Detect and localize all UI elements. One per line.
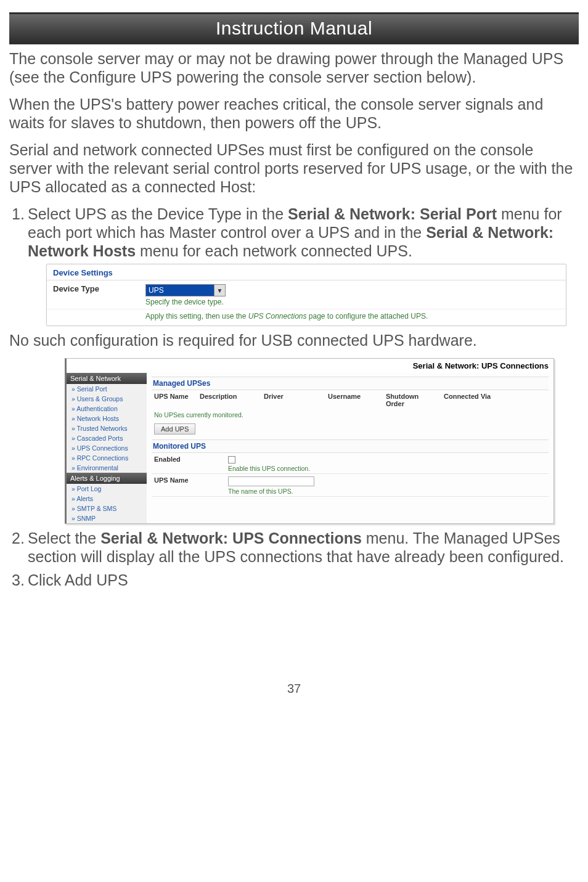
managed-upses-title: Managed UPSes (152, 377, 549, 390)
step-1: 1.Select UPS as the Device Type in the S… (9, 205, 579, 260)
device-type-label: Device Type (53, 284, 145, 293)
sidebar-group-header: Serial & Network (67, 373, 147, 384)
sidebar-item-port-log[interactable]: » Port Log (67, 484, 147, 494)
page-header-title: Instruction Manual (216, 18, 372, 38)
device-type-help: Specify the device type. (145, 296, 560, 306)
sidebar-item-users-groups[interactable]: » Users & Groups (67, 394, 147, 404)
no-upses-message: No UPSes currently monitored. (152, 409, 549, 422)
device-settings-panel: Device Settings Device Type UPS ▼ Specif… (46, 264, 566, 326)
paragraph: No such configuration is required for US… (9, 331, 579, 349)
sidebar-item-cascaded-ports[interactable]: » Cascaded Ports (67, 433, 147, 443)
step-number: 1. (12, 205, 28, 223)
monitored-ups-title: Monitored UPS (152, 439, 549, 453)
sidebar-item-rpc-connections[interactable]: » RPC Connections (67, 453, 147, 463)
add-ups-button[interactable]: Add UPS (154, 423, 195, 435)
paragraph: When the UPS's battery power reaches cri… (9, 95, 579, 132)
col-driver: Driver (264, 393, 319, 407)
sidebar-item-authentication[interactable]: » Authentication (67, 404, 147, 414)
step-number: 3. (12, 571, 28, 589)
breadcrumb: Serial & Network: UPS Connections (67, 359, 553, 373)
col-shutdown-order: Shutdown Order (386, 393, 435, 407)
paragraph: The console server may or may not be dra… (9, 49, 579, 86)
sidebar-item-serial-port[interactable]: » Serial Port (67, 384, 147, 394)
col-username: Username (328, 393, 377, 407)
ups-connections-panel: Serial & Network: UPS Connections Serial… (65, 358, 554, 524)
step-3: 3.Click Add UPS (9, 571, 579, 589)
sidebar-item-network-hosts[interactable]: » Network Hosts (67, 414, 147, 423)
sidebar-group-header: Alerts & Logging (67, 473, 147, 484)
enabled-checkbox[interactable] (228, 456, 235, 463)
sidebar-item-trusted-networks[interactable]: » Trusted Networks (67, 423, 147, 433)
enabled-row: Enabled Enable this UPS connection. (152, 453, 549, 474)
step-2: 2.Select the Serial & Network: UPS Conne… (9, 529, 579, 566)
sidebar-item-snmp[interactable]: » SNMP (67, 513, 147, 523)
page-number: 37 (9, 682, 579, 696)
panel-title: Device Settings (47, 264, 566, 280)
col-ups-name: UPS Name (154, 393, 191, 407)
sidebar-item-ups-connections[interactable]: » UPS Connections (67, 443, 147, 453)
enabled-help: Enable this UPS connection. (228, 465, 546, 472)
col-description: Description (200, 393, 255, 407)
enabled-label: Enabled (154, 455, 228, 472)
paragraph: Serial and network connected UPSes must … (9, 141, 579, 196)
managed-upses-columns: UPS Name Description Driver Username Shu… (152, 390, 549, 409)
sidebar-item-smtp-sms[interactable]: » SMTP & SMS (67, 504, 147, 513)
ups-name-help: The name of this UPS. (228, 488, 546, 495)
sidebar-item-alerts[interactable]: » Alerts (67, 494, 147, 504)
ups-name-label: UPS Name (154, 476, 228, 495)
col-connected-via: Connected Via (444, 393, 493, 407)
sidebar: Serial & Network » Serial Port » Users &… (67, 373, 147, 523)
step-number: 2. (12, 529, 28, 547)
ups-name-row: UPS Name The name of this UPS. (152, 474, 549, 497)
sidebar-item-environmental[interactable]: » Environmental (67, 463, 147, 473)
device-type-note: Apply this setting, then use the UPS Con… (47, 309, 566, 325)
page-header: Instruction Manual (9, 12, 579, 44)
device-type-value: UPS (149, 286, 164, 295)
device-type-row: Device Type UPS ▼ Specify the device typ… (47, 280, 566, 309)
device-type-select[interactable]: UPS ▼ (145, 284, 226, 296)
ups-name-input[interactable] (228, 476, 314, 486)
chevron-down-icon: ▼ (214, 285, 225, 296)
